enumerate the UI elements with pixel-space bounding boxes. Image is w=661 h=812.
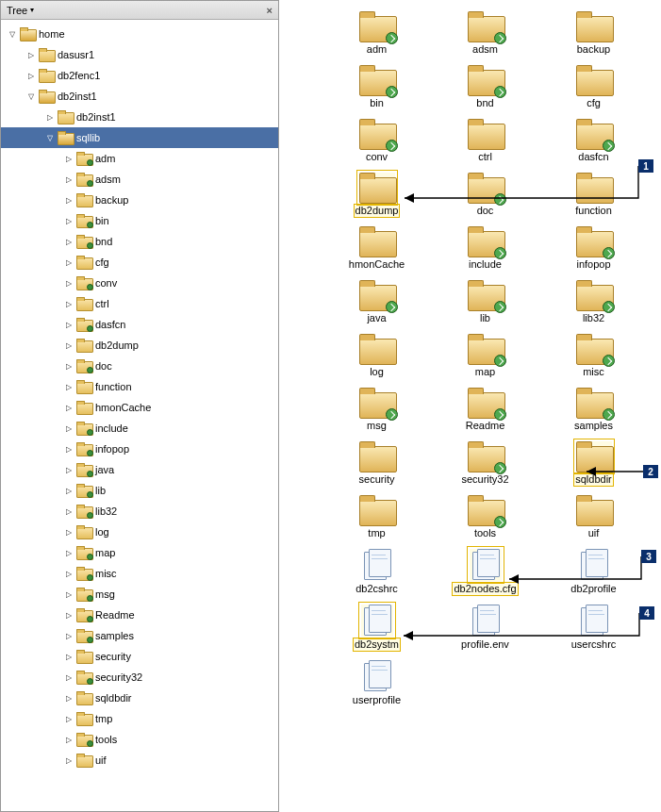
grid-item-cfg[interactable]: cfg: [539, 65, 648, 109]
chevron-right-icon[interactable]: ▷: [63, 610, 74, 621]
tree-row-tmp[interactable]: ▷tmp: [1, 708, 278, 729]
tree-row-bnd[interactable]: ▷bnd: [1, 231, 278, 252]
grid-item-map[interactable]: map: [431, 334, 539, 378]
tree-row-doc[interactable]: ▷doc: [1, 356, 278, 376]
chevron-right-icon[interactable]: ▷: [63, 652, 74, 662]
chevron-right-icon[interactable]: ▷: [63, 340, 74, 351]
grid-item-security[interactable]: security: [322, 441, 431, 486]
tree-row-cfg[interactable]: ▷cfg: [1, 252, 278, 273]
grid-item-hmoncache[interactable]: hmonCache: [322, 226, 431, 271]
grid-item-tools[interactable]: tools: [431, 495, 539, 539]
grid-item-db2nodes-cfg[interactable]: db2nodes.cfg: [431, 549, 539, 595]
tree-row-include[interactable]: ▷include: [1, 418, 278, 439]
chevron-right-icon[interactable]: ▷: [25, 50, 36, 60]
chevron-right-icon[interactable]: ▷: [63, 361, 74, 372]
grid-item-db2cshrc[interactable]: db2cshrc: [322, 549, 431, 595]
tree-body[interactable]: ▽home▷dasusr1▷db2fenc1▽db2inst1▷db2inst1…: [1, 20, 278, 811]
chevron-down-icon[interactable]: ▽: [25, 91, 36, 102]
tree-row-ctrl[interactable]: ▷ctrl: [1, 293, 278, 314]
tree-row-sqldbdir[interactable]: ▷sqldbdir: [1, 688, 278, 708]
grid-item-adsm[interactable]: adsm: [431, 11, 539, 56]
grid-item-misc[interactable]: misc: [539, 334, 648, 378]
chevron-right-icon[interactable]: ▷: [63, 382, 74, 392]
grid-item-adm[interactable]: adm: [322, 11, 431, 56]
tree-row-lib32[interactable]: ▷lib32: [1, 501, 278, 522]
tree-row-db2dump[interactable]: ▷db2dump: [1, 335, 278, 356]
grid-item-log[interactable]: log: [322, 334, 431, 378]
tree-row-db2fenc1[interactable]: ▷db2fenc1: [1, 65, 278, 86]
tree-row-bin[interactable]: ▷bin: [1, 210, 278, 231]
chevron-right-icon[interactable]: ▷: [63, 755, 74, 766]
tree-row-lib[interactable]: ▷lib: [1, 480, 278, 501]
tree-row-dasfcn[interactable]: ▷dasfcn: [1, 314, 278, 335]
chevron-right-icon[interactable]: ▷: [63, 216, 74, 226]
chevron-right-icon[interactable]: ▷: [63, 278, 74, 289]
grid-item-conv[interactable]: conv: [322, 119, 431, 163]
chevron-right-icon[interactable]: ▷: [63, 589, 74, 600]
chevron-right-icon[interactable]: ▷: [63, 257, 74, 268]
tree-row-tools[interactable]: ▷tools: [1, 729, 278, 750]
grid-item-uif[interactable]: uif: [539, 495, 648, 539]
dropdown-caret-icon[interactable]: ▾: [30, 6, 34, 14]
tree-row-msg[interactable]: ▷msg: [1, 584, 278, 605]
chevron-down-icon[interactable]: ▽: [44, 133, 55, 143]
chevron-right-icon[interactable]: ▷: [63, 693, 74, 704]
grid-item-usercshrc[interactable]: usercshrc: [539, 605, 648, 651]
chevron-right-icon[interactable]: ▷: [44, 112, 55, 123]
grid-item-java[interactable]: java: [322, 280, 431, 324]
chevron-right-icon[interactable]: ▷: [63, 527, 74, 538]
chevron-right-icon[interactable]: ▷: [63, 506, 74, 517]
chevron-right-icon[interactable]: ▷: [25, 71, 36, 81]
chevron-right-icon[interactable]: ▷: [63, 423, 74, 434]
tree-row-uif[interactable]: ▷uif: [1, 750, 278, 771]
chevron-down-icon[interactable]: ▽: [7, 29, 17, 40]
tree-row-samples[interactable]: ▷samples: [1, 625, 278, 646]
grid-item-security32[interactable]: security32: [431, 441, 539, 486]
chevron-right-icon[interactable]: ▷: [63, 569, 74, 579]
chevron-right-icon[interactable]: ▷: [63, 714, 74, 724]
tree-row-security[interactable]: ▷security: [1, 646, 278, 667]
chevron-right-icon[interactable]: ▷: [63, 174, 74, 185]
tree-row-adm[interactable]: ▷adm: [1, 148, 278, 169]
chevron-right-icon[interactable]: ▷: [63, 672, 74, 683]
tree-row-log[interactable]: ▷log: [1, 522, 278, 542]
tree-row-dasusr1[interactable]: ▷dasusr1: [1, 44, 278, 65]
grid-item-dasfcn[interactable]: dasfcn: [539, 119, 648, 163]
chevron-right-icon[interactable]: ▷: [63, 403, 74, 413]
tree-row-adsm[interactable]: ▷adsm: [1, 169, 278, 190]
tree-row-map[interactable]: ▷map: [1, 542, 278, 563]
chevron-right-icon[interactable]: ▷: [63, 154, 74, 164]
grid-item-function[interactable]: function: [539, 173, 648, 217]
grid-item-lib32[interactable]: lib32: [539, 280, 648, 324]
tree-row-conv[interactable]: ▷conv: [1, 273, 278, 293]
tree-row-sqllib[interactable]: ▽sqllib: [1, 127, 278, 148]
grid-item-userprofile[interactable]: userprofile: [322, 660, 431, 706]
grid-item-tmp[interactable]: tmp: [322, 495, 431, 539]
grid-item-lib[interactable]: lib: [431, 280, 539, 324]
tree-row-function[interactable]: ▷function: [1, 376, 278, 397]
grid-item-db2systm[interactable]: db2systm: [322, 605, 431, 651]
grid-item-bin[interactable]: bin: [322, 65, 431, 109]
grid-item-include[interactable]: include: [431, 226, 539, 271]
tree-row-infopop[interactable]: ▷infopop: [1, 439, 278, 459]
grid-item-doc[interactable]: doc: [431, 173, 539, 217]
grid-item-readme[interactable]: Readme: [431, 388, 539, 432]
tree-row-db2inst1[interactable]: ▽db2inst1: [1, 86, 278, 107]
chevron-right-icon[interactable]: ▷: [63, 320, 74, 330]
chevron-right-icon[interactable]: ▷: [63, 195, 74, 206]
chevron-right-icon[interactable]: ▷: [63, 444, 74, 455]
grid-item-bnd[interactable]: bnd: [431, 65, 539, 109]
grid-item-sqldbdir[interactable]: sqldbdir: [539, 441, 648, 486]
tree-panel-title[interactable]: Tree: [7, 5, 27, 16]
chevron-right-icon[interactable]: ▷: [63, 735, 74, 745]
tree-row-hmoncache[interactable]: ▷hmonCache: [1, 397, 278, 418]
grid-item-db2dump[interactable]: db2dump: [322, 173, 431, 217]
tree-row-java[interactable]: ▷java: [1, 459, 278, 480]
tree-row-misc[interactable]: ▷misc: [1, 563, 278, 584]
chevron-right-icon[interactable]: ▷: [63, 486, 74, 496]
grid-item-ctrl[interactable]: ctrl: [431, 119, 539, 163]
chevron-right-icon[interactable]: ▷: [63, 548, 74, 558]
tree-row-security32[interactable]: ▷security32: [1, 667, 278, 688]
chevron-right-icon[interactable]: ▷: [63, 465, 74, 475]
tree-row-readme[interactable]: ▷Readme: [1, 605, 278, 625]
